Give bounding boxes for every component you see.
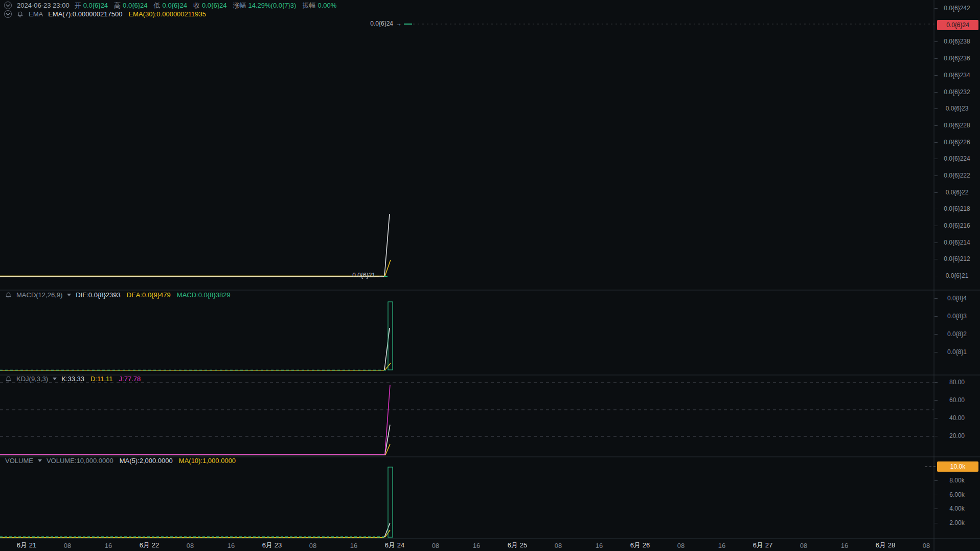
alert-bell-icon[interactable] bbox=[5, 376, 12, 383]
ohlc-field-label: 涨幅 bbox=[233, 1, 246, 10]
candle-high-dash bbox=[404, 24, 412, 25]
price-high-marker: 0.0{6}24 → bbox=[370, 20, 402, 27]
arrow-right-icon: → bbox=[396, 20, 402, 27]
time-axis-label: 6月 27 bbox=[753, 541, 772, 550]
ohlc-field-label: 高 bbox=[114, 1, 121, 10]
ohlc-fields: 开 0.0{6}24 高 0.0{6}24 低 0.0{6}24 收 0.0{6… bbox=[75, 1, 337, 10]
kdj-value: D:11.11 bbox=[90, 375, 113, 383]
ohlc-field-value: 0.0{6}24 bbox=[123, 2, 147, 9]
volume-pane-header: VOLUME VOLUME:10,000.0000MA(5):2,000.000… bbox=[5, 457, 236, 465]
ema-info-bar: EMA EMA(7):0.000000217500EMA(30):0.00000… bbox=[4, 10, 206, 18]
ema-values: EMA(7):0.000000217500EMA(30):0.000000211… bbox=[48, 10, 206, 18]
ohlc-field: 涨幅 14.29%(0.0{7}3) bbox=[233, 1, 296, 10]
time-axis-label: 6月 23 bbox=[262, 541, 282, 550]
time-axis-label: 6月 25 bbox=[508, 541, 527, 550]
volume-values: VOLUME:10,000.0000MA(5):2,000.0000MA(10)… bbox=[47, 457, 236, 465]
ohlc-field: 低 0.0{6}24 bbox=[154, 1, 187, 10]
trading-chart-app: 2024-06-23 23:00 开 0.0{6}24 高 0.0{6}24 低… bbox=[0, 0, 980, 551]
chevron-down-icon[interactable] bbox=[53, 378, 57, 380]
time-axis-label: 16 bbox=[841, 541, 848, 549]
macd-indicator-title: MACD(12,26,9) bbox=[16, 291, 62, 299]
ohlc-field-label: 收 bbox=[193, 1, 200, 10]
ohlc-field: 振幅 0.00% bbox=[302, 1, 336, 10]
kdj-k-line bbox=[0, 425, 390, 455]
alert-bell-icon[interactable] bbox=[17, 11, 24, 18]
kdj-value: J:77.78 bbox=[119, 375, 141, 383]
ohlc-field-label: 开 bbox=[75, 1, 81, 10]
price-low-marker: 0.0{6}21 → bbox=[352, 272, 384, 279]
ohlc-field-value: 0.0{6}24 bbox=[163, 2, 187, 9]
kdj-j-line bbox=[0, 385, 390, 454]
candle-timestamp: 2024-06-23 23:00 bbox=[17, 2, 70, 9]
last-price-badge: 0.0{6}24 bbox=[937, 20, 978, 30]
ema-value: EMA(7):0.000000217500 bbox=[48, 10, 122, 18]
time-axis-label: 6月 28 bbox=[876, 541, 895, 550]
last-volume-badge: 10.0k bbox=[937, 461, 978, 472]
kdj-value: K:33.33 bbox=[61, 375, 84, 383]
collapse-chevron-icon[interactable] bbox=[4, 10, 12, 18]
collapse-chevron-icon[interactable] bbox=[4, 2, 12, 9]
ohlc-field-value: 0.00% bbox=[317, 2, 336, 9]
vol-ma5-line bbox=[384, 523, 390, 537]
time-axis-label: 16 bbox=[718, 541, 725, 549]
time-axis-label: 08 bbox=[800, 541, 807, 549]
macd-pane-header: MACD(12,26,9) DIF:0.0{8}2393DEA:0.0{9}47… bbox=[5, 291, 231, 299]
arrow-right-icon: → bbox=[378, 272, 384, 279]
ohlc-field-value: 14.29%(0.0{7}3) bbox=[248, 2, 296, 9]
ohlc-field-label: 振幅 bbox=[302, 1, 315, 10]
time-axis-label: 16 bbox=[105, 541, 112, 549]
ema-indicator-title: EMA bbox=[29, 10, 43, 18]
price-low-value: 0.0{6}21 bbox=[352, 272, 375, 279]
time-axis-label: 16 bbox=[473, 541, 480, 549]
kdj-values: K:33.33D:11.11J:77.78 bbox=[61, 375, 141, 383]
time-axis-label: 16 bbox=[350, 541, 357, 549]
time-axis-label: 08 bbox=[309, 541, 316, 549]
volume-axis-label: 8.00k bbox=[934, 477, 980, 484]
kdj-d-line bbox=[0, 444, 390, 455]
time-axis-label: 6月 21 bbox=[17, 541, 36, 550]
chevron-down-icon[interactable] bbox=[67, 294, 71, 296]
time-axis-label: 16 bbox=[596, 541, 603, 549]
time-axis-label: 6月 26 bbox=[630, 541, 650, 550]
time-axis-label: 16 bbox=[227, 541, 235, 549]
time-axis-label: 08 bbox=[432, 541, 439, 549]
chevron-down-icon[interactable] bbox=[38, 459, 42, 462]
volume-value: VOLUME:10,000.0000 bbox=[47, 457, 113, 465]
macd-values: DIF:0.0{8}2393DEA:0.0{9}479MACD:0.0{8}38… bbox=[76, 291, 230, 299]
ohlc-field-label: 低 bbox=[154, 1, 161, 10]
time-axis-label: 08 bbox=[555, 541, 562, 549]
chart-canvas[interactable] bbox=[0, 0, 980, 551]
macd-value: DIF:0.0{8}2393 bbox=[76, 291, 120, 299]
alert-bell-icon[interactable] bbox=[5, 292, 12, 299]
time-axis-label: 08 bbox=[923, 541, 930, 549]
time-axis-label: 08 bbox=[187, 541, 194, 549]
ohlc-field: 开 0.0{6}24 bbox=[75, 1, 108, 10]
ema-value: EMA(30):0.000000211935 bbox=[128, 10, 206, 18]
ema7-line bbox=[0, 214, 390, 277]
time-axis[interactable]: 6月 2108166月 2208166月 2308166月 2408166月 2… bbox=[0, 539, 934, 551]
macd-dif-line bbox=[384, 328, 390, 370]
ohlc-field: 收 0.0{6}24 bbox=[193, 1, 226, 10]
volume-value: MA(10):1,000.0000 bbox=[179, 457, 236, 465]
ohlc-field-value: 0.0{6}24 bbox=[202, 2, 226, 9]
time-axis-label: 6月 24 bbox=[385, 541, 404, 550]
ohlc-info-bar: 2024-06-23 23:00 开 0.0{6}24 高 0.0{6}24 低… bbox=[4, 1, 336, 10]
macd-value: DEA:0.0{9}479 bbox=[127, 291, 171, 299]
kdj-indicator-title: KDJ(9,3,3) bbox=[16, 375, 48, 383]
ohlc-field: 高 0.0{6}24 bbox=[114, 1, 147, 10]
volume-axis-label: 6.00k bbox=[934, 491, 980, 498]
price-high-value: 0.0{6}24 bbox=[370, 20, 393, 27]
ohlc-field-value: 0.0{6}24 bbox=[83, 2, 108, 9]
candle-low-dash bbox=[384, 276, 388, 277]
volume-value: MA(5):2,000.0000 bbox=[120, 457, 173, 465]
volume-indicator-title: VOLUME bbox=[5, 457, 33, 465]
macd-value: MACD:0.0{8}3829 bbox=[177, 291, 231, 299]
time-axis-label: 6月 22 bbox=[140, 541, 159, 550]
time-axis-label: 08 bbox=[64, 541, 71, 549]
volume-axis-label: 4.00k bbox=[934, 505, 980, 512]
ema30-line bbox=[0, 260, 391, 276]
kdj-pane-header: KDJ(9,3,3) K:33.33D:11.11J:77.78 bbox=[5, 375, 141, 383]
time-axis-label: 08 bbox=[677, 541, 685, 549]
volume-axis-label: 2.00k bbox=[934, 519, 980, 526]
